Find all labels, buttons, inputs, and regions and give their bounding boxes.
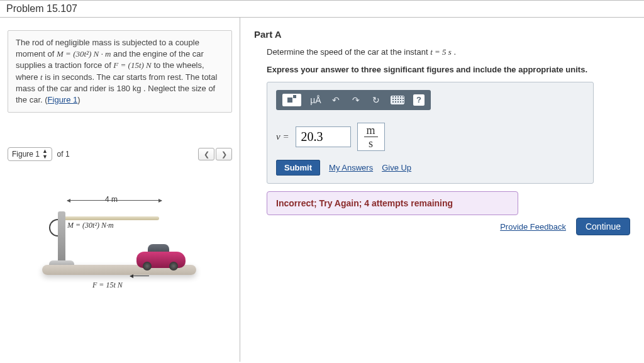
prompt-text: . (453, 47, 456, 57)
figure-nav: Figure 1 ▲▼ of 1 ❮ ❯ (8, 147, 232, 161)
submit-button[interactable]: Submit (276, 160, 320, 176)
provide-feedback-link[interactable]: Provide Feedback (500, 222, 566, 232)
feedback-message: Incorrect; Try Again; 4 attempts remaini… (267, 191, 518, 215)
stmt-text: ) (77, 95, 80, 104)
part-instruction: Express your answer to three significant… (267, 65, 630, 74)
problem-title: Problem 15.107 (0, 0, 644, 18)
figure-select[interactable]: Figure 1 ▲▼ (8, 147, 52, 161)
figure-select-label: Figure 1 (12, 150, 40, 159)
main-split: The rod of negligible mass is subjected … (0, 18, 644, 362)
force-expr: F = (15t) N (113, 60, 151, 70)
prompt-text: Determine the speed of the car at the in… (267, 47, 430, 57)
figure-image: 4 m M = (30t²) N·m F = 15t N (8, 186, 203, 318)
footer-actions: Provide Feedback Continue (500, 218, 630, 235)
help-button[interactable]: ? (413, 94, 425, 106)
dropdown-icon: ▲▼ (42, 148, 48, 160)
template-button[interactable] (282, 94, 301, 106)
undo-icon: ↶ (332, 95, 340, 105)
figure-force-label: F = 15t N (92, 281, 123, 290)
figure-dim-label: 4 m (105, 195, 118, 204)
left-panel: The rod of negligible mass is subjected … (0, 18, 240, 362)
t-var: t (40, 72, 43, 82)
keyboard-icon (391, 96, 404, 104)
continue-button[interactable]: Continue (576, 218, 630, 235)
reset-button[interactable]: ↻ (370, 94, 382, 106)
problem-statement: The rod of negligible mass is subjected … (8, 30, 232, 113)
submit-row: Submit My Answers Give Up (276, 160, 584, 176)
figure-moment-label: M = (30t²) N·m (67, 221, 114, 230)
my-answers-link[interactable]: My Answers (329, 163, 373, 172)
chevron-left-icon: ❮ (204, 150, 209, 159)
mass-unit: kg (133, 84, 142, 93)
redo-button[interactable]: ↷ (350, 94, 362, 106)
unit-numerator: m (364, 125, 378, 137)
answer-variable: v = (276, 131, 289, 142)
undo-button[interactable]: ↶ (330, 94, 341, 106)
figure-count: of 1 (57, 150, 70, 159)
answer-row: v = m s (276, 123, 584, 151)
units-button[interactable]: µÅ (310, 94, 321, 106)
part-title: Part A (254, 29, 630, 40)
right-panel: Part A Determine the speed of the car at… (240, 18, 644, 362)
keyboard-button[interactable] (391, 94, 404, 106)
figure-prev-button[interactable]: ❮ (198, 148, 214, 160)
figure-link[interactable]: Figure 1 (48, 95, 78, 104)
redo-icon: ↷ (352, 95, 360, 105)
chevron-right-icon: ❯ (221, 150, 227, 159)
answer-box: µÅ ↶ ↷ ↻ ? v = (267, 82, 594, 184)
part-prompt: Determine the speed of the car at the in… (267, 47, 630, 57)
unit-denominator: s (364, 137, 378, 149)
help-icon: ? (413, 94, 425, 106)
template-icon (282, 94, 301, 106)
prompt-eq: t = 5 s (430, 47, 452, 57)
answer-value-input[interactable] (296, 126, 351, 147)
give-up-link[interactable]: Give Up (382, 163, 411, 172)
answer-toolbar: µÅ ↶ ↷ ↻ ? (276, 90, 431, 110)
answer-unit-input[interactable]: m s (357, 123, 385, 151)
moment-expr: M = (30t²) N · m (57, 49, 111, 59)
figure-next-button[interactable]: ❯ (216, 148, 232, 160)
reset-icon: ↻ (372, 95, 380, 105)
